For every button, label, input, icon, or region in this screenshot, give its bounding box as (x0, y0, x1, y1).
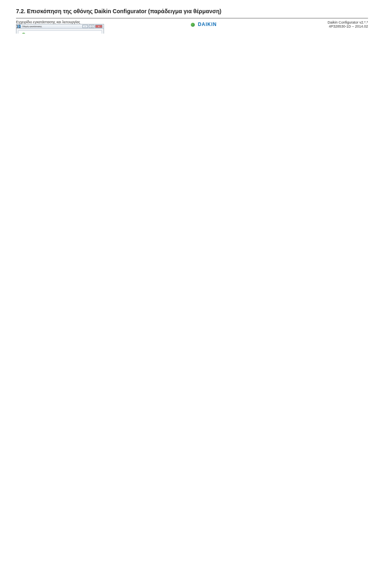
page-footer: Εγχειρίδιο εγκατάστασης και λειτουργίας … (16, 18, 368, 29)
section-heading: 7.2. Επισκόπηση της οθόνης Daikin Config… (16, 8, 368, 14)
footer-doc-title: Εγχειρίδιο εγκατάστασης και λειτουργίας (16, 20, 80, 24)
footer-page-number: 11 (16, 24, 80, 29)
footer-product: Daikin Configurator v2.*.* (328, 20, 368, 24)
footer-docnum: 4P328530-1D – 2014.02 (329, 24, 368, 28)
brand-logo: DAIKIN (22, 33, 98, 34)
footer-brand: DAIKIN (198, 22, 217, 27)
